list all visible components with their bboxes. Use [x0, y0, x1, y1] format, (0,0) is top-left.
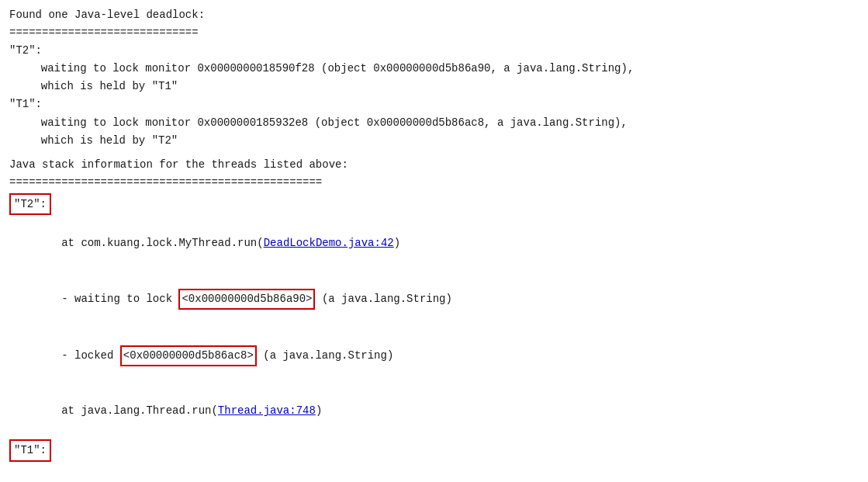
t2-box-label: "T2":: [9, 193, 51, 215]
line-t2-locked: - locked <0x00000000d5b86ac8> (a java.la…: [9, 328, 859, 384]
line-t2-waiting: waiting to lock monitor 0x0000000018590f…: [9, 60, 859, 78]
main-content: Found one Java-level deadlock: =========…: [0, 0, 868, 482]
line-t1-waiting: waiting to lock monitor 0x0000000185932e…: [9, 114, 859, 132]
link-deadlock-demo1[interactable]: DeadLockDemo.java:42: [264, 237, 394, 249]
line-t1-label: "T1":: [9, 95, 859, 113]
line-found-deadlock: Found one Java-level deadlock:: [9, 6, 859, 24]
line-t2-thread-run: at java.lang.Thread.run(Thread.java:748): [9, 384, 859, 438]
line-separator2: ========================================…: [9, 174, 859, 192]
highlight-addr2: <0x00000000d5b86ac8>: [120, 345, 257, 366]
line-t2-held: which is held by "T1": [9, 78, 859, 95]
line-t2-label: "T2":: [9, 42, 859, 60]
line-separator1: =============================: [9, 24, 859, 42]
link-thread1[interactable]: Thread.java:748: [218, 404, 316, 417]
t1-section-label: "T1":: [9, 439, 859, 461]
t2-section-label: "T2":: [9, 193, 859, 215]
line-t2-at: at com.kuang.lock.MyThread.run(DeadLockD…: [9, 217, 859, 270]
line-t1-at: at com.kuang.lock.MyThread.run(DeadLockD…: [9, 463, 859, 482]
line-t2-waiting-lock: - waiting to lock <0x00000000d5b86a90> (…: [9, 271, 859, 328]
t1-box-label: "T1":: [9, 439, 51, 461]
line-t1-held: which is held by "T2": [9, 132, 859, 150]
highlight-addr1: <0x00000000d5b86a90>: [178, 289, 315, 310]
line-java-stack: Java stack information for the threads l…: [9, 156, 859, 174]
